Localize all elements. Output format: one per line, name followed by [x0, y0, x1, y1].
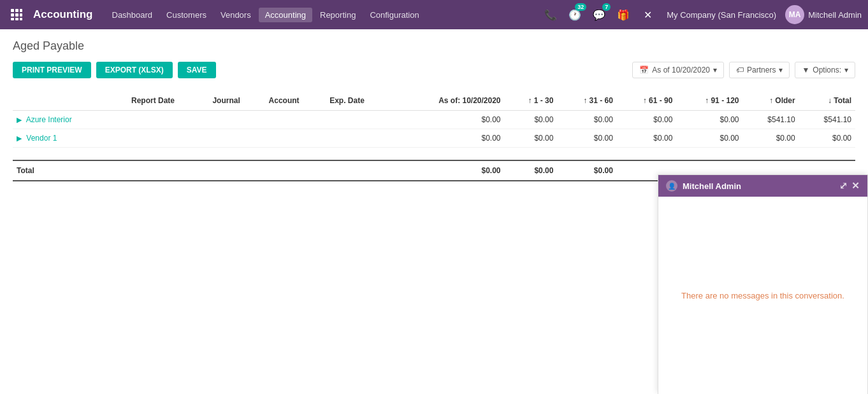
azure-91-120: $0.00 — [676, 111, 742, 129]
expand-chat-icon[interactable]: ⤢ — [839, 180, 848, 192]
azure-report-date — [127, 111, 208, 129]
azure-older: $541.10 — [742, 111, 799, 129]
message-badge: 7 — [602, 3, 611, 11]
person-icon: 👤 — [668, 183, 676, 190]
table-row: ▶ Azure Interior $0.00 $0.00 $0.00 $0.00… — [13, 111, 855, 129]
svg-rect-2 — [20, 9, 22, 12]
options-chevron: ▾ — [844, 66, 848, 74]
export-xlsx-button[interactable]: EXPORT (XLSX) — [96, 62, 173, 78]
col-header-1-30[interactable]: ↑ 1 - 30 — [505, 91, 558, 111]
svg-rect-7 — [15, 18, 18, 20]
message-icon[interactable]: 💬 7 — [589, 4, 609, 25]
vendor1-61-90: $0.00 — [617, 129, 676, 148]
activity-badge: 32 — [575, 3, 586, 11]
total-label: Total — [13, 160, 127, 181]
col-header-91-120[interactable]: ↑ 91 - 120 — [676, 91, 742, 111]
date-filter-label: As of 10/20/2020 — [652, 66, 710, 74]
print-preview-button[interactable]: PRINT PREVIEW — [13, 62, 91, 78]
partners-icon: 🏷 — [736, 66, 744, 74]
nav-configuration[interactable]: Configuration — [363, 8, 425, 22]
nav-customers[interactable]: Customers — [160, 8, 213, 22]
app-brand: Accounting — [33, 8, 93, 21]
col-header-journal[interactable]: Journal — [208, 91, 264, 111]
user-name[interactable]: Mitchell Admin — [808, 10, 862, 20]
nav-accounting[interactable]: Accounting — [259, 8, 312, 22]
vendor1-91-120: $0.00 — [676, 129, 742, 148]
total-exp-date — [326, 160, 393, 181]
col-header-31-60[interactable]: ↑ 31 - 60 — [557, 91, 616, 111]
chat-header: 👤 Mitchell Admin ⤢ ✕ — [658, 175, 867, 197]
vendor1-journal — [208, 129, 264, 148]
expand-icon[interactable]: ▶ — [17, 134, 22, 142]
svg-rect-3 — [11, 13, 14, 17]
chat-header-title: Mitchell Admin — [683, 181, 834, 191]
nav-reporting[interactable]: Reporting — [314, 8, 362, 22]
vendor1-exp-date — [326, 129, 393, 148]
vendor1-report-date — [127, 129, 208, 148]
chat-panel: 👤 Mitchell Admin ⤢ ✕ There are no messag… — [658, 174, 868, 394]
chat-empty-message: There are no messages in this conversati… — [681, 291, 844, 300]
topnav-right: 📞 🕐 32 💬 7 🎁 ✕ My Company (San Francisco… — [540, 4, 862, 25]
chat-header-icon: 👤 — [666, 180, 677, 192]
save-button[interactable]: SAVE — [178, 62, 216, 78]
svg-rect-8 — [20, 18, 22, 20]
gift-icon[interactable]: 🎁 — [613, 4, 633, 25]
close-chat-icon[interactable]: ✕ — [851, 180, 860, 192]
svg-rect-6 — [11, 18, 14, 20]
partners-filter-label: Partners — [747, 66, 776, 74]
grid-icon[interactable] — [6, 4, 27, 25]
nav-menu: Dashboard Customers Vendors Accounting R… — [106, 8, 539, 22]
calendar-icon: 📅 — [639, 66, 649, 74]
table-header-row: Report Date Journal Account Exp. Date As… — [13, 91, 855, 111]
nav-vendors[interactable]: Vendors — [214, 8, 257, 22]
vendor1-account — [265, 129, 326, 148]
chat-body: There are no messages in this conversati… — [658, 197, 867, 394]
col-header-total[interactable]: ↓ Total — [799, 91, 855, 111]
col-header-empty — [13, 91, 127, 111]
svg-rect-0 — [11, 9, 14, 12]
partners-chevron: ▾ — [779, 66, 783, 74]
col-header-61-90[interactable]: ↑ 61 - 90 — [617, 91, 676, 111]
azure-31-60: $0.00 — [557, 111, 616, 129]
report-table: Report Date Journal Account Exp. Date As… — [13, 91, 855, 181]
date-filter-button[interactable]: 📅 As of 10/20/2020 ▾ — [632, 62, 724, 78]
col-header-older[interactable]: ↑ Older — [742, 91, 799, 111]
azure-1-30: $0.00 — [505, 111, 558, 129]
date-filter-chevron: ▾ — [713, 66, 717, 74]
col-header-account[interactable]: Account — [265, 91, 326, 111]
topnav: Accounting Dashboard Customers Vendors A… — [0, 0, 868, 29]
col-header-report-date[interactable]: Report Date — [127, 91, 208, 111]
partners-filter-button[interactable]: 🏷 Partners ▾ — [729, 62, 790, 78]
expand-icon[interactable]: ▶ — [17, 116, 22, 123]
options-filter-label: Options: — [813, 66, 841, 74]
col-header-exp-date[interactable]: Exp. Date — [326, 91, 393, 111]
table-row: ▶ Vendor 1 $0.00 $0.00 $0.00 $0.00 $0.00… — [13, 129, 855, 148]
nav-dashboard[interactable]: Dashboard — [106, 8, 159, 22]
vendor1-older: $0.00 — [742, 129, 799, 148]
company-name: My Company (San Francisco) — [667, 10, 776, 20]
col-header-as-of[interactable]: As of: 10/20/2020 — [393, 91, 504, 111]
group-name-azure[interactable]: ▶ Azure Interior — [13, 111, 127, 129]
activity-icon[interactable]: 🕐 32 — [565, 4, 585, 25]
total-1-30: $0.00 — [505, 160, 558, 181]
azure-account — [265, 111, 326, 129]
filter-icon: ▼ — [802, 66, 809, 74]
avatar[interactable]: MA — [785, 5, 804, 24]
vendor1-31-60: $0.00 — [557, 129, 616, 148]
total-as-of: $0.00 — [393, 160, 504, 181]
svg-rect-5 — [20, 13, 22, 17]
group-name-vendor1[interactable]: ▶ Vendor 1 — [13, 129, 127, 148]
svg-rect-4 — [15, 13, 18, 17]
azure-as-of: $0.00 — [393, 111, 504, 129]
toolbar-filters: 📅 As of 10/20/2020 ▾ 🏷 Partners ▾ ▼ Opti… — [632, 62, 855, 78]
options-filter-button[interactable]: ▼ Options: ▾ — [795, 62, 855, 78]
total-report-date — [127, 160, 208, 181]
vendor1-as-of: $0.00 — [393, 129, 504, 148]
phone-icon[interactable]: 📞 — [540, 4, 561, 25]
azure-61-90: $0.00 — [617, 111, 676, 129]
close-icon[interactable]: ✕ — [637, 4, 658, 25]
spacer-row — [13, 148, 855, 160]
toolbar: PRINT PREVIEW EXPORT (XLSX) SAVE 📅 As of… — [13, 62, 855, 78]
azure-total: $541.10 — [799, 111, 855, 129]
svg-rect-1 — [15, 9, 18, 12]
